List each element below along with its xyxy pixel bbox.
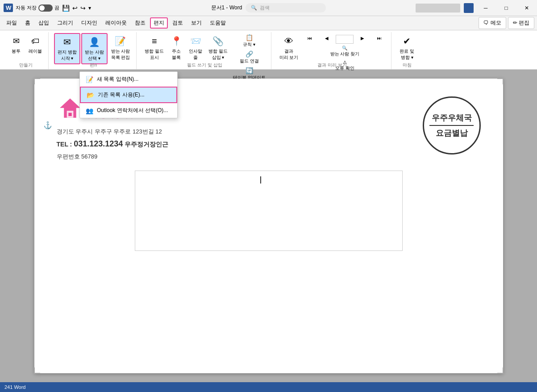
autosave-toggle[interactable] bbox=[38, 4, 53, 12]
field-connect-label: 필드 연결 bbox=[240, 58, 259, 64]
menu-review[interactable]: 검토 bbox=[169, 17, 187, 29]
start-merge-button[interactable]: ✉ 편지 병합시작 ▾ bbox=[54, 33, 80, 64]
label-label: 레이블 bbox=[29, 48, 42, 54]
recipients-label: 받는 사람선택 ▾ bbox=[85, 49, 104, 62]
finish-merge-button[interactable]: ✔ 완료 및병합 ▾ bbox=[397, 33, 417, 63]
maximize-btn-blue bbox=[464, 3, 474, 13]
edit-button[interactable]: ✏ 편집 bbox=[508, 17, 534, 29]
use-existing-list-item[interactable]: 📂 기존 목록 사용(E)... bbox=[80, 87, 177, 103]
select-recipients-button[interactable]: 👤 받는 사람선택 ▾ bbox=[81, 33, 108, 64]
more-icon[interactable]: ▾ bbox=[88, 5, 91, 11]
recipients-icon: 👤 bbox=[88, 36, 100, 48]
autosave-toggle-state: 끔 bbox=[54, 4, 59, 11]
minimize-button[interactable]: ─ bbox=[475, 0, 496, 16]
find-recipient-button[interactable]: 🔍 받는 사람 찾기 bbox=[302, 45, 387, 58]
first-record-button[interactable]: ⏮ bbox=[302, 35, 318, 44]
menu-mailings[interactable]: 편지 bbox=[150, 17, 168, 29]
svg-rect-2 bbox=[68, 113, 71, 116]
word-count: 241 Word bbox=[4, 384, 26, 390]
search-box[interactable]: 🔍 검색 bbox=[246, 3, 326, 13]
finish-group-label: 마침 bbox=[403, 62, 412, 68]
start-merge-label: 편지 병합시작 ▾ bbox=[58, 49, 77, 62]
address-block-button[interactable]: 📍 주소블록 bbox=[167, 33, 185, 63]
title-center: 문서1 - Word 🔍 검색 bbox=[211, 3, 326, 13]
dropdown-menu: 📝 새 목록 입력(N)... 📂 기존 목록 사용(E)... 👥 Outlo… bbox=[79, 71, 178, 118]
address-line1: 경기도 우주시 우주구 우주로 123번길 12 bbox=[57, 126, 169, 137]
search-placeholder: 검색 bbox=[260, 4, 270, 11]
autosave-label: 자동 저장 bbox=[16, 4, 37, 11]
rules-icon: 📋 bbox=[246, 34, 253, 41]
menu-references[interactable]: 참조 bbox=[131, 17, 149, 29]
prev-icon: ◀ bbox=[325, 36, 329, 41]
show-fields-icon: ≡ bbox=[148, 35, 161, 47]
document-page: ⚓ 히어플레이스 우주정거장사무소 bbox=[34, 79, 503, 373]
title-bar: W 자동 저장 끔 💾 ↩ ↪ ▾ 문서1 - Word 🔍 검색 ─ □ ✕ bbox=[0, 0, 537, 16]
field-connect-button[interactable]: 🔗 필드 연결 bbox=[231, 50, 267, 65]
doc-title: 문서1 - Word bbox=[211, 4, 242, 12]
menu-file[interactable]: 파일 bbox=[3, 17, 21, 29]
outlook-contacts-item[interactable]: 👥 Outlook 연락처에서 선택(O)... bbox=[80, 103, 177, 118]
menu-draw[interactable]: 그리기 bbox=[54, 17, 77, 29]
table-update-icon: 🔄 bbox=[246, 67, 253, 74]
first-icon: ⏮ bbox=[308, 36, 312, 41]
ribbon-group-edit: ✉ 편지 병합시작 ▾ 👤 받는 사람선택 ▾ 📝 받는 사람목록 편집 편n bbox=[50, 32, 137, 69]
corner-tr bbox=[497, 78, 504, 84]
field-connect-icon: 🔗 bbox=[246, 50, 253, 58]
new-list-label: 새 목록 입력(N)... bbox=[97, 75, 138, 83]
menu-view[interactable]: 보기 bbox=[187, 17, 205, 29]
preview-group-label: 결과 미리 보기 bbox=[317, 62, 347, 68]
create-group-label: 만들기 bbox=[19, 62, 33, 68]
status-bar: 241 Word bbox=[0, 382, 537, 392]
prev-record-button[interactable]: ◀ bbox=[319, 35, 335, 44]
cursor-line bbox=[260, 176, 261, 183]
menu-design[interactable]: 디자인 bbox=[78, 17, 101, 29]
new-list-icon: 📝 bbox=[85, 76, 93, 83]
rules-button[interactable]: 📋 규칙 ▾ bbox=[231, 33, 267, 49]
next-icon: ▶ bbox=[361, 36, 364, 41]
right-field-btns: 📋 규칙 ▾ 🔗 필드 연결 🔄 테이블 업데이트 bbox=[231, 33, 267, 82]
stamp-bottom: 요금별납 bbox=[436, 128, 468, 138]
insert-field-button[interactable]: 📎 병합 필드삽입 ▾ bbox=[206, 33, 230, 63]
save-icon[interactable]: 💾 bbox=[62, 4, 70, 12]
outlook-icon: 👥 bbox=[85, 107, 93, 114]
memo-button[interactable]: 🗨 메모 bbox=[479, 17, 506, 29]
ribbon-group-fields: ≡ 병합 필드표시 📍 주소블록 📨 인사말줄 📎 병합 필드삽입 ▾ 📋 규칙… bbox=[138, 32, 271, 69]
menu-insert[interactable]: 삽입 bbox=[35, 17, 53, 29]
envelope-icon: ✉ bbox=[10, 35, 22, 47]
autosave-area: 자동 저장 끔 bbox=[16, 4, 59, 12]
envelope-label: 봉투 bbox=[12, 48, 21, 54]
find-recipient-icon: 🔍 bbox=[342, 46, 347, 50]
label-button[interactable]: 🏷 레이블 bbox=[26, 33, 45, 56]
greeting-button[interactable]: 📨 인사말줄 bbox=[186, 33, 205, 63]
show-fields-label: 병합 필드표시 bbox=[145, 48, 164, 61]
stamp-divider bbox=[429, 125, 474, 126]
redo-icon[interactable]: ↪ bbox=[80, 4, 86, 12]
edit-list-button[interactable]: 📝 받는 사람목록 편집 bbox=[108, 33, 133, 63]
close-button[interactable]: ✕ bbox=[516, 0, 537, 16]
menu-home[interactable]: 홈 bbox=[21, 17, 34, 29]
envelope-button[interactable]: ✉ 봉투 bbox=[7, 33, 25, 56]
corner-br bbox=[497, 367, 504, 374]
menu-help[interactable]: 도움말 bbox=[206, 17, 229, 29]
address-block-label: 주소블록 bbox=[172, 48, 181, 61]
new-list-item[interactable]: 📝 새 목록 입력(N)... bbox=[80, 72, 177, 87]
edit-list-label: 받는 사람목록 편집 bbox=[111, 48, 130, 61]
address-info: 경기도 우주시 우주구 우주로 123번길 12 TEL : 031.123.1… bbox=[57, 126, 169, 162]
preview-results-button[interactable]: 👁 결과미리 보기 bbox=[277, 33, 301, 63]
tel-prefix-span: TEL : bbox=[57, 141, 74, 148]
preview-icon: 👁 bbox=[283, 35, 295, 47]
maximize-button[interactable]: □ bbox=[496, 0, 516, 16]
next-record-button[interactable]: ▶ bbox=[354, 35, 370, 44]
undo-icon[interactable]: ↩ bbox=[72, 4, 78, 12]
word-logo: W bbox=[4, 4, 13, 12]
menu-layout[interactable]: 레이아웃 bbox=[102, 17, 130, 29]
edit-group-label: 편n bbox=[90, 62, 97, 68]
last-record-button[interactable]: ⏭ bbox=[371, 35, 387, 44]
edit-list-icon: 📝 bbox=[114, 35, 127, 47]
insert-field-label: 병합 필드삽입 ▾ bbox=[208, 48, 228, 61]
record-number[interactable] bbox=[336, 35, 354, 44]
tel-number-span: 031.123.1234 bbox=[74, 139, 123, 148]
right-menus: 🗨 메모 ✏ 편집 bbox=[479, 17, 534, 29]
show-fields-button[interactable]: ≡ 병합 필드표시 bbox=[142, 33, 167, 63]
greeting-label: 인사말줄 bbox=[189, 48, 202, 61]
